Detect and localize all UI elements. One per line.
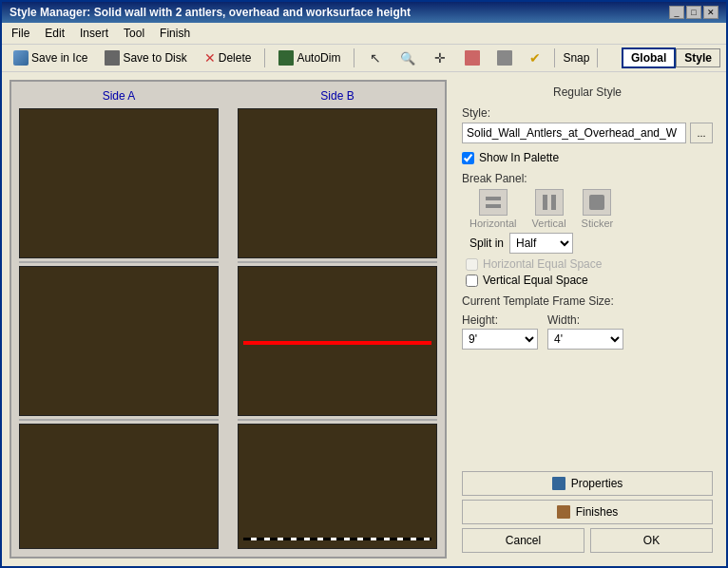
toolbar: Save in Ice Save to Disk ✕ Delete AutoDi… (2, 45, 726, 72)
window-title: Style Manager: Solid wall with 2 antlers… (10, 6, 411, 19)
vert-equal-row: Vertical Equal Space (466, 274, 713, 287)
horizontal-equal-checkbox[interactable] (466, 258, 478, 271)
horizontal-break-item: Horizontal (469, 189, 517, 229)
finishes-icon (557, 505, 570, 519)
check-button[interactable]: ✔ (524, 47, 546, 68)
menu-bar: File Edit Insert Tool Finish (2, 23, 726, 45)
maximize-button[interactable]: □ (686, 6, 701, 19)
autodim-label: AutoDim (297, 51, 340, 65)
menu-edit[interactable]: Edit (39, 25, 70, 42)
svg-rect-3 (551, 195, 556, 210)
grid-button[interactable] (459, 47, 486, 68)
finishes-label: Finishes (576, 505, 619, 519)
toolbar-sep-3 (554, 48, 555, 67)
cancel-ok-row: Cancel OK (462, 528, 713, 553)
delete-icon: ✕ (204, 50, 216, 66)
sticker-icon (587, 193, 606, 212)
snap-label: Snap (563, 51, 589, 65)
main-content: Side A Side B (2, 72, 726, 566)
side-b-divider-1 (238, 261, 437, 263)
save-in-ice-button[interactable]: Save in Ice (8, 47, 93, 68)
side-a-panel-bot (19, 424, 219, 549)
vertical-equal-label: Vertical Equal Space (483, 274, 588, 287)
horizontal-label: Horizontal (469, 218, 517, 229)
cancel-button[interactable]: Cancel (462, 528, 584, 553)
grid-icon (465, 50, 480, 66)
break-panel-section: Break Panel: Horizontal (462, 172, 713, 287)
style-row: ... (462, 123, 713, 143)
show-in-palette-checkbox[interactable] (462, 152, 474, 164)
break-panel-label: Break Panel: (462, 172, 713, 185)
main-window: Style Manager: Solid wall with 2 antlers… (0, 0, 728, 568)
svg-rect-2 (543, 195, 547, 210)
arrow-tool-button[interactable]: ↖ (362, 47, 389, 68)
svg-rect-1 (486, 204, 501, 208)
ok-button[interactable]: OK (590, 528, 713, 553)
split-select[interactable]: Half Third Quarter (509, 233, 573, 254)
side-a-label: Side A (103, 89, 136, 103)
vertical-break-icon (540, 193, 559, 212)
vertical-equal-checkbox[interactable] (466, 275, 478, 287)
preview-panel: Side A Side B (10, 80, 447, 559)
tab-style[interactable]: Style (676, 48, 720, 67)
frame-size-section: Current Template Frame Size: Height: 7' … (462, 294, 713, 350)
side-b-panel: Side B (238, 89, 437, 549)
split-row: Split in Half Third Quarter (462, 233, 713, 254)
split-in-label: Split in (469, 237, 504, 250)
view-icon (497, 50, 512, 66)
magnify-button[interactable]: 🔍 (394, 47, 421, 68)
check-icon: ✔ (529, 50, 541, 66)
show-in-palette-label: Show In Palette (479, 151, 559, 164)
toolbar-sep-1 (264, 48, 265, 67)
minimize-button[interactable]: _ (669, 6, 684, 19)
side-b-panel-bot (238, 424, 437, 549)
save-ice-label: Save in Ice (31, 51, 87, 65)
pan-icon: ✛ (432, 50, 448, 66)
sticker-break-button[interactable] (583, 189, 611, 216)
style-input[interactable] (462, 123, 686, 143)
menu-finish[interactable]: Finish (154, 25, 196, 42)
autodim-button[interactable]: AutoDim (273, 47, 346, 68)
save-disk-label: Save to Disk (123, 51, 186, 65)
horizontal-equal-label: Horizontal Equal Space (483, 257, 602, 271)
side-b-walls (238, 108, 437, 549)
finishes-button[interactable]: Finishes (462, 500, 713, 524)
dimension-row: Height: 7' 8' 9' 10' Width: 2' 3' (462, 313, 713, 350)
menu-insert[interactable]: Insert (74, 25, 114, 42)
delete-label: Delete (219, 51, 252, 65)
save-disk-icon (105, 50, 120, 66)
height-select[interactable]: 7' 8' 9' 10' (462, 329, 538, 350)
side-a-panel: Side A (19, 89, 219, 549)
style-field-group: Style: ... (462, 106, 713, 143)
title-bar: Style Manager: Solid wall with 2 antlers… (2, 2, 726, 23)
sticker-break-item: Sticker (582, 189, 614, 229)
style-label: Style: (462, 106, 713, 120)
save-to-disk-button[interactable]: Save to Disk (99, 47, 192, 68)
break-panel-icons: Horizontal Vertical (462, 189, 713, 229)
autodim-icon (278, 50, 294, 66)
height-label: Height: (462, 313, 538, 327)
style-browse-button[interactable]: ... (690, 123, 713, 143)
menu-tool[interactable]: Tool (118, 25, 150, 42)
close-button[interactable]: ✕ (703, 6, 718, 19)
horizontal-break-button[interactable] (479, 189, 508, 216)
bottom-buttons: Properties Finishes Cancel OK (462, 471, 713, 553)
side-b-panel-mid (238, 266, 437, 416)
menu-file[interactable]: File (6, 25, 35, 42)
toolbar-sep-2 (354, 48, 354, 67)
vertical-label: Vertical (532, 218, 566, 229)
side-b-panel-top (238, 108, 437, 258)
tab-global[interactable]: Global (622, 47, 676, 68)
vertical-break-button[interactable] (535, 189, 564, 216)
properties-icon (552, 477, 565, 490)
side-a-walls (19, 108, 219, 549)
delete-button[interactable]: ✕ Delete (199, 47, 258, 68)
side-a-panel-top (19, 108, 219, 258)
properties-button[interactable]: Properties (462, 471, 713, 496)
pan-button[interactable]: ✛ (427, 47, 453, 68)
width-select[interactable]: 2' 3' 4' 5' (547, 329, 623, 350)
svg-rect-0 (486, 197, 501, 200)
side-b-divider-2 (238, 419, 437, 421)
view-button[interactable] (491, 47, 518, 68)
height-field: Height: 7' 8' 9' 10' (462, 313, 538, 350)
